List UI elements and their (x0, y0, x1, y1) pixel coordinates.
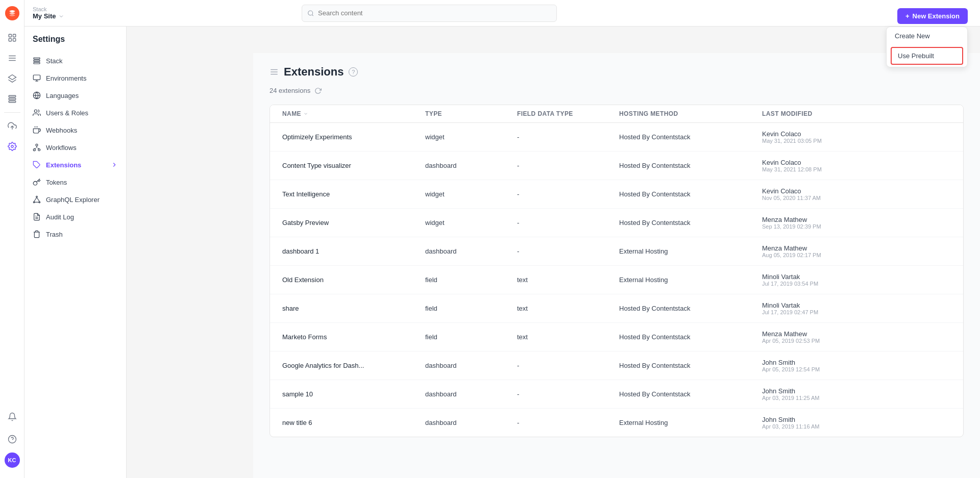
sidebar-item-webhooks[interactable]: Webhooks (24, 121, 126, 139)
icon-grid[interactable] (3, 29, 21, 47)
row-name[interactable]: Marketo Forms (282, 333, 425, 341)
svg-marker-8 (8, 75, 16, 80)
sidebar-item-environments[interactable]: Environments (24, 69, 126, 87)
sidebar-item-workflows[interactable]: Workflows (24, 139, 126, 156)
svg-point-41 (36, 196, 38, 197)
th-field-data-type: Field Data Type (517, 110, 619, 117)
row-field-data-type: - (517, 133, 619, 141)
table-row: Text Intelligence widget - Hosted By Con… (270, 180, 963, 209)
row-name[interactable]: new title 6 (282, 419, 425, 426)
icon-bell[interactable] (3, 408, 21, 426)
row-modified: Menza Mathew Sep 13, 2019 02:39 PM (762, 216, 951, 230)
row-field-data-type: - (517, 190, 619, 198)
row-hosting-method: Hosted By Contentstack (619, 362, 762, 369)
table-row: share field text Hosted By Contentstack … (270, 294, 963, 323)
icon-bar-bottom: KC (3, 408, 21, 474)
chevron-right-icon (111, 161, 118, 168)
content-area: Stack My Site (24, 0, 980, 478)
row-modified: John Smith Apr 05, 2019 12:54 PM (762, 359, 951, 372)
sidebar-item-audit-log[interactable]: Audit Log (24, 208, 126, 225)
svg-point-16 (308, 10, 312, 15)
use-prebuilt-option[interactable]: Use Prebuilt (891, 47, 963, 65)
sidebar-item-graphql[interactable]: GraphQL Explorer (24, 191, 126, 208)
search-icon (307, 10, 314, 17)
row-type: dashboard (425, 162, 517, 169)
refresh-icon[interactable] (314, 87, 322, 94)
row-hosting-method: Hosted By Contentstack (619, 305, 762, 312)
row-type: field (425, 333, 517, 341)
sidebar-item-languages[interactable]: Languages (24, 87, 126, 104)
search-input[interactable] (318, 9, 551, 17)
row-hosting-method: Hosted By Contentstack (619, 333, 762, 341)
row-hosting-method: External Hosting (619, 419, 762, 426)
row-type: widget (425, 219, 517, 227)
row-name[interactable]: Optimizely Experiments (282, 133, 425, 141)
row-name[interactable]: Old Extension (282, 276, 425, 284)
th-type: Type (425, 110, 517, 117)
row-modified: Minoli Vartak Jul 17, 2019 03:54 PM (762, 273, 951, 287)
icon-settings[interactable] (3, 137, 21, 156)
brand-logo[interactable] (3, 4, 21, 22)
main-content: Extensions ? 24 extensions Name Type Fie… (253, 53, 980, 478)
stack-label: Stack (33, 6, 114, 12)
th-name: Name (282, 110, 425, 117)
row-type: dashboard (425, 362, 517, 369)
icon-stack2[interactable] (3, 90, 21, 108)
icon-help[interactable] (3, 430, 21, 448)
row-type: widget (425, 190, 517, 198)
svg-rect-11 (9, 101, 16, 103)
icon-layers[interactable] (3, 69, 21, 88)
table-row: sample 10 dashboard - Hosted By Contents… (270, 380, 963, 409)
row-field-data-type: text (517, 333, 619, 341)
svg-point-13 (11, 145, 13, 148)
create-new-option[interactable]: Create New (887, 27, 967, 45)
table-row: Content Type visualizer dashboard - Host… (270, 152, 963, 180)
row-type: field (425, 276, 517, 284)
svg-point-14 (8, 436, 16, 443)
icon-upload[interactable] (3, 117, 21, 135)
sidebar-item-tokens[interactable]: Tokens (24, 173, 126, 191)
row-name[interactable]: Gatsby Preview (282, 219, 425, 227)
row-name[interactable]: share (282, 305, 425, 312)
table-row: Marketo Forms field text Hosted By Conte… (270, 323, 963, 351)
menu-icon (270, 67, 279, 77)
sidebar-item-trash[interactable]: Trash (24, 225, 126, 243)
row-type: widget (425, 133, 517, 141)
table-row: Gatsby Preview widget - Hosted By Conten… (270, 209, 963, 237)
help-icon[interactable]: ? (349, 67, 358, 77)
row-name[interactable]: Text Intelligence (282, 190, 425, 198)
svg-rect-9 (9, 95, 16, 97)
icon-list[interactable] (3, 49, 21, 67)
svg-point-30 (34, 110, 37, 112)
new-extension-button[interactable]: + New Extension (897, 8, 968, 24)
page-header: Extensions ? (270, 65, 964, 79)
svg-line-17 (312, 14, 313, 15)
row-name[interactable]: Content Type visualizer (282, 162, 425, 169)
sidebar-item-extensions[interactable]: Extensions (24, 156, 126, 173)
sidebar-item-users-roles[interactable]: Users & Roles (24, 104, 126, 121)
user-avatar[interactable]: KC (5, 452, 20, 468)
row-field-data-type: - (517, 219, 619, 227)
table-row: Optimizely Experiments widget - Hosted B… (270, 123, 963, 152)
row-field-data-type: - (517, 162, 619, 169)
sidebar-title: Settings (24, 35, 126, 52)
row-hosting-method: Hosted By Contentstack (619, 133, 762, 141)
svg-rect-1 (9, 34, 11, 37)
sidebar-item-stack[interactable]: Stack (24, 52, 126, 69)
row-modified: John Smith Apr 03, 2019 11:25 AM (762, 387, 951, 401)
row-hosting-method: Hosted By Contentstack (619, 162, 762, 169)
row-modified: Menza Mathew Apr 05, 2019 02:53 PM (762, 330, 951, 344)
row-hosting-method: Hosted By Contentstack (619, 219, 762, 227)
row-type: dashboard (425, 247, 517, 255)
sidebar: Settings Stack Environments Languages Us… (24, 27, 127, 478)
row-name[interactable]: sample 10 (282, 390, 425, 398)
table-row: Google Analytics for Dash... dashboard -… (270, 351, 963, 380)
svg-rect-23 (34, 60, 40, 62)
row-name[interactable]: dashboard 1 (282, 247, 425, 255)
row-field-data-type: - (517, 390, 619, 398)
th-last-modified: Last Modified (762, 110, 951, 117)
search-bar[interactable] (302, 5, 557, 22)
svg-point-34 (36, 144, 38, 146)
row-name[interactable]: Google Analytics for Dash... (282, 362, 425, 369)
site-name[interactable]: My Site (33, 12, 114, 20)
